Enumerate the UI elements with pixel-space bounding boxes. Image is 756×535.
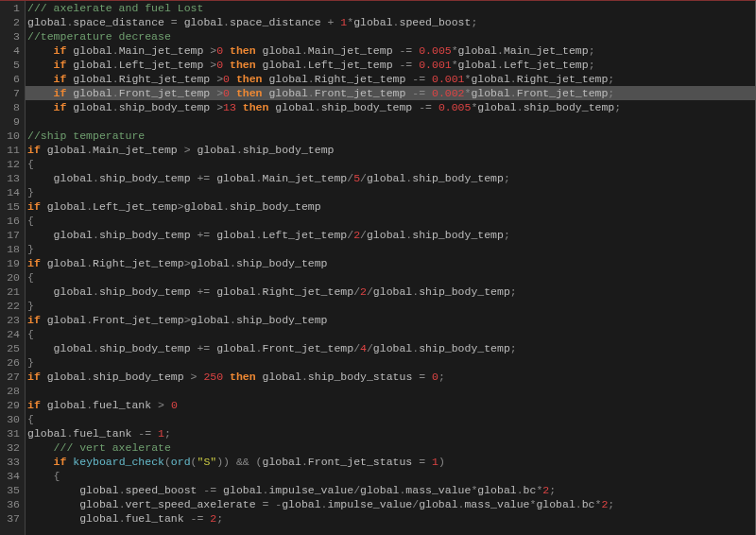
token-v: Main_jet_temp: [504, 44, 589, 57]
code-line[interactable]: {: [26, 270, 755, 285]
code-line[interactable]: {: [26, 412, 755, 426]
code-line[interactable]: if global.Main_jet_temp > global.ship_bo…: [26, 143, 755, 157]
code-line[interactable]: {: [26, 327, 755, 341]
code-line[interactable]: global.ship_body_temp += global.Right_je…: [26, 285, 755, 299]
code-line[interactable]: global.ship_body_temp += global.Left_jet…: [26, 228, 755, 242]
code-line[interactable]: if global.Right_jet_temp>global.ship_bod…: [26, 256, 755, 270]
code-line[interactable]: if global.Left_jet_temp >0 then global.L…: [26, 58, 755, 72]
token-kw: if: [54, 456, 67, 468]
code-editor[interactable]: 1234567891011121314151617181920212223242…: [0, 0, 756, 535]
token-o: [256, 59, 263, 71]
token-o: [41, 314, 47, 326]
code-line[interactable]: {: [26, 214, 755, 228]
code-line[interactable]: }: [26, 242, 755, 256]
line-number: 1: [3, 1, 20, 15]
token-v: ship_body_temp: [243, 144, 335, 156]
code-line[interactable]: if global.Front_jet_temp>global.ship_bod…: [26, 313, 755, 327]
token-v: global: [367, 172, 405, 184]
code-line[interactable]: if global.ship_body_temp >13 then global…: [26, 100, 755, 114]
code-line[interactable]: //ship temperature: [26, 129, 755, 143]
code-line[interactable]: }: [26, 355, 755, 370]
token-o: .: [223, 200, 230, 213]
code-line[interactable]: global.ship_body_temp += global.Main_jet…: [26, 171, 755, 185]
code-line[interactable]: //temperature decrease: [26, 29, 755, 43]
token-v: space_distance: [73, 16, 164, 28]
code-line[interactable]: if global.Right_jet_temp >0 then global.…: [26, 72, 755, 86]
line-number: 37: [3, 511, 20, 526]
token-o: >: [184, 314, 191, 326]
line-number: 8: [3, 100, 20, 114]
token-b: {: [27, 158, 34, 170]
token-v: global: [471, 73, 509, 85]
token-v: Main_jet_temp: [308, 44, 393, 57]
token-v: global: [216, 342, 255, 354]
token-o: .: [510, 73, 517, 85]
token-o: >: [210, 101, 223, 113]
token-v: Left_jet_temp: [263, 229, 348, 241]
token-v: global: [197, 144, 235, 156]
line-number: 25: [3, 341, 20, 355]
token-o: .: [223, 16, 230, 28]
code-line[interactable]: {: [26, 157, 755, 171]
token-o: +: [321, 16, 341, 28]
token-o: /: [360, 229, 367, 241]
token-kw: then: [236, 87, 263, 99]
code-line[interactable]: if global.Left_jet_temp>global.ship_body…: [26, 199, 755, 214]
token-o: .: [93, 342, 99, 354]
code-line[interactable]: global.speed_boost -= global.impulse_val…: [26, 483, 755, 497]
token-v: ship_body_temp: [236, 314, 328, 326]
token-o: ;: [216, 512, 223, 525]
token-o: -=: [393, 59, 420, 71]
token-v: Front_jet_temp: [119, 87, 211, 99]
token-o: >: [210, 73, 223, 85]
token-n: 0.001: [432, 73, 465, 85]
code-line[interactable]: if global.ship_body_temp > 250 then glob…: [26, 370, 755, 384]
token-o: /: [360, 172, 367, 184]
code-line[interactable]: [26, 114, 755, 129]
line-number: 9: [3, 114, 20, 129]
code-line[interactable]: [26, 384, 755, 398]
code-area[interactable]: /// axelerate and fuel Lostglobal.space_…: [26, 1, 755, 535]
token-kw: if: [54, 73, 67, 85]
token-o: .: [112, 73, 119, 85]
code-line[interactable]: if global.fuel_tank > 0: [26, 398, 755, 412]
token-b: }: [27, 186, 34, 198]
token-n: 0.001: [419, 59, 452, 71]
line-number: 12: [3, 157, 20, 171]
token-o: .: [256, 172, 263, 184]
token-o: -=: [405, 87, 432, 99]
code-line[interactable]: global.ship_body_temp += global.Front_je…: [26, 341, 755, 355]
code-line[interactable]: /// axelerate and fuel Lost: [26, 1, 755, 15]
token-n: 13: [223, 101, 236, 113]
token-o: .: [256, 342, 263, 354]
code-line[interactable]: if global.Main_jet_temp >0 then global.M…: [26, 43, 755, 58]
code-line[interactable]: if global.Front_jet_temp >0 then global.…: [26, 86, 755, 100]
code-line[interactable]: global.fuel_tank -= 2;: [26, 511, 755, 526]
code-line[interactable]: global.vert_speed_axelerate = -global.im…: [26, 497, 755, 511]
code-line[interactable]: global.space_distance = global.space_dis…: [26, 15, 755, 29]
token-o: ;: [471, 16, 477, 28]
code-line[interactable]: }: [26, 185, 755, 199]
token-o: .: [119, 484, 126, 496]
token-v: Main_jet_temp: [263, 172, 348, 184]
code-line[interactable]: {: [26, 469, 755, 483]
token-o: ;: [589, 44, 595, 57]
token-o: >: [178, 200, 184, 213]
token-c: /// vert axelerate: [54, 441, 171, 454]
token-b: {: [54, 470, 60, 482]
code-line[interactable]: if keyboard_check(ord("S")) && (global.F…: [26, 455, 755, 469]
token-v: fuel_tank: [93, 399, 151, 411]
token-o: [256, 44, 263, 57]
token-o: .: [86, 200, 93, 213]
token-v: global: [373, 285, 412, 298]
code-line[interactable]: }: [26, 299, 755, 313]
line-number: 17: [3, 228, 20, 242]
code-line[interactable]: global.fuel_tank -= 1;: [26, 426, 755, 440]
token-v: global: [223, 484, 262, 496]
token-o: -=: [412, 101, 438, 113]
token-o: +=: [191, 285, 217, 298]
token-o: [27, 484, 79, 496]
code-line[interactable]: /// vert axelerate: [26, 440, 755, 455]
token-v: space_distance: [230, 16, 321, 28]
token-o: =: [164, 16, 184, 28]
